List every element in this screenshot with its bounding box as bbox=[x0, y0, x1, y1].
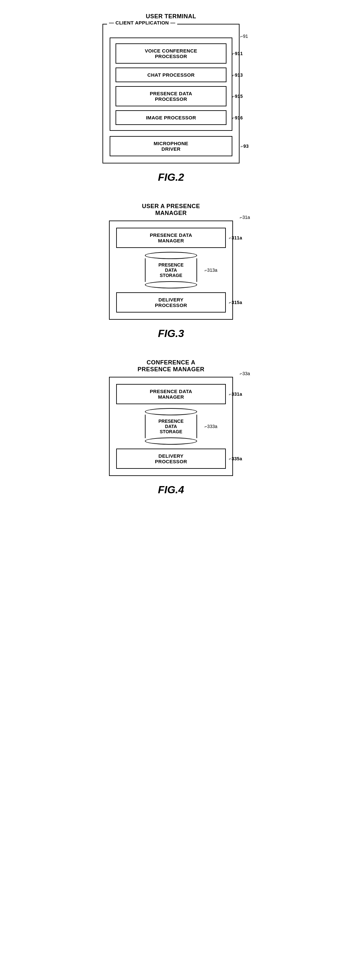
fig3-title: USER A PRESENCEMANAGER bbox=[142, 203, 200, 216]
microphone-text: MICROPHONEDRIVER bbox=[154, 141, 188, 152]
presence-data-ref: ⌐915 bbox=[232, 94, 243, 99]
fig2-title: USER TERMINAL bbox=[146, 13, 196, 20]
fig4-delivery-proc-box: DELIVERYPROCESSOR ⌐335a bbox=[116, 449, 226, 469]
fig2-label: FIG.2 bbox=[158, 171, 184, 183]
fig3-cylinder-body: PRESENCEDATASTORAGE bbox=[145, 258, 197, 282]
image-text: IMAGE PROCESSOR bbox=[146, 115, 196, 120]
fig3-delivery-proc-box: DELIVERYPROCESSOR ⌐315a bbox=[116, 292, 226, 313]
presence-data-processor-box: PRESENCE DATAPROCESSOR ⌐915 bbox=[116, 86, 226, 107]
chat-processor-box: CHAT PROCESSOR ⌐913 bbox=[116, 68, 226, 82]
fig3-cylinder-top bbox=[145, 252, 197, 259]
fig4-presence-data-mgr-box: PRESENCE DATAMANAGER ⌐331a bbox=[116, 384, 226, 404]
fig4-cylinder-container: ⌐333a PRESENCEDATASTORAGE bbox=[116, 408, 226, 445]
presence-data-text: PRESENCE DATAPROCESSOR bbox=[150, 91, 192, 102]
fig4-label: FIG.4 bbox=[158, 484, 184, 496]
fig3-cylinder-bottom bbox=[145, 281, 197, 288]
fig4-delivery-proc-ref: ⌐335a bbox=[229, 456, 242, 461]
fig3-delivery-proc-text: DELIVERYPROCESSOR bbox=[155, 297, 187, 308]
microphone-ref: ⌐93 bbox=[240, 143, 249, 149]
voice-conf-ref: ⌐911 bbox=[232, 51, 243, 56]
fig4-delivery-proc-text: DELIVERYPROCESSOR bbox=[155, 453, 187, 464]
fig2-client-app-label: — CLIENT APPLICATION — bbox=[107, 20, 177, 25]
fig4-cylinder-top bbox=[145, 408, 197, 415]
fig4-cylinder-bottom bbox=[145, 438, 197, 445]
fig2-outer-ref: ⌐91 bbox=[240, 33, 248, 39]
fig2-section: USER TERMINAL — CLIENT APPLICATION — ⌐91… bbox=[86, 13, 256, 183]
image-ref: ⌐916 bbox=[232, 115, 243, 120]
fig3-label: FIG.3 bbox=[158, 328, 184, 340]
fig4-title: CONFERENCE APRESENCE MANAGER bbox=[137, 359, 204, 373]
fig3-delivery-proc-ref: ⌐315a bbox=[229, 300, 242, 305]
fig3-presence-data-mgr-text: PRESENCE DATAMANAGER bbox=[150, 232, 192, 243]
chat-text: CHAT PROCESSOR bbox=[148, 72, 195, 78]
fig3-presence-data-mgr-ref: ⌐311a bbox=[229, 235, 242, 240]
fig4-outer-box: PRESENCE DATAMANAGER ⌐331a ⌐333a PRESENC… bbox=[109, 377, 233, 476]
voice-conf-text: VOICE CONFERENCEPROCESSOR bbox=[145, 48, 197, 59]
voice-conf-processor-box: VOICE CONFERENCEPROCESSOR ⌐911 bbox=[116, 43, 226, 64]
fig4-storage-ref: ⌐333a bbox=[205, 424, 217, 429]
fig4-outer-ref: ⌐33a bbox=[240, 371, 250, 376]
fig3-outer-ref: ⌐31a bbox=[240, 215, 250, 220]
fig4-presence-data-mgr-ref: ⌐331a bbox=[229, 391, 242, 397]
fig4-cylinder-body: PRESENCEDATASTORAGE bbox=[145, 415, 197, 438]
fig2-outer-box: — CLIENT APPLICATION — ⌐91 VOICE CONFERE… bbox=[102, 24, 240, 164]
fig3-outer-box: PRESENCE DATAMANAGER ⌐311a ⌐313a PRESENC… bbox=[109, 221, 233, 320]
fig3-section: USER A PRESENCEMANAGER ⌐31a PRESENCE DAT… bbox=[86, 203, 256, 340]
chat-ref: ⌐913 bbox=[232, 72, 243, 78]
image-processor-box: IMAGE PROCESSOR ⌐916 bbox=[116, 110, 226, 125]
fig3-cylinder-container: ⌐313a PRESENCEDATASTORAGE bbox=[116, 252, 226, 288]
fig4-presence-data-mgr-text: PRESENCE DATAMANAGER bbox=[150, 388, 192, 399]
fig3-presence-data-mgr-box: PRESENCE DATAMANAGER ⌐311a bbox=[116, 228, 226, 248]
microphone-driver-box: MICROPHONEDRIVER ⌐93 bbox=[110, 136, 232, 156]
fig4-section: CONFERENCE APRESENCE MANAGER ⌐33a PRESEN… bbox=[86, 359, 256, 496]
fig3-storage-ref: ⌐313a bbox=[205, 267, 217, 273]
